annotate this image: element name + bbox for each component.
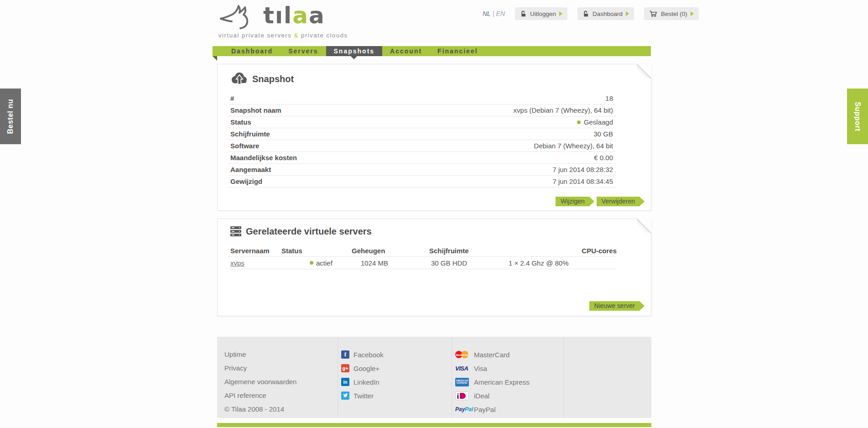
column-header: Geheugen [349,247,426,255]
twitter-label: Twitter [353,392,374,400]
nav-tab-label: Financieel [437,47,478,55]
detail-label: Aangemaakt [230,166,271,173]
detail-value: 7 jun 2014 08:28:32 [552,166,613,173]
snapshot-detail-table: # 18 Snapshot naam xvps (Debian 7 (Wheez… [228,93,617,188]
footer-link[interactable]: API reference [224,389,338,402]
facebook-icon: f [341,350,349,359]
column-header: Status [279,247,349,255]
server-stack-icon [230,226,242,237]
nav-tab[interactable]: Servers [281,46,326,56]
nav-tab-label: Servers [288,47,318,55]
panel-title: Snapshot [252,74,294,84]
nav-tab[interactable]: Account [382,46,430,56]
brand-tagline: virtual private servers & private clouds [218,32,348,39]
order-cart-button[interactable]: Bestel (0) [644,7,699,20]
linkedin-link[interactable]: in LinkedIn [341,375,452,389]
column-header: CPU-cores [579,247,617,255]
cart-icon [649,10,658,17]
server-row: xvps actief 1024 MB 30 GB HDD 1 × 2.4 Gh… [228,257,617,269]
detail-row: Status Geslaagd [228,116,617,128]
server-cpu: 1 × 2.4 Ghz @ 80% [506,259,617,267]
detail-row: # 18 [228,93,617,104]
logout-button[interactable]: Uitloggen [515,7,567,20]
linkedin-label: LinkedIn [353,378,379,386]
nav-tab-label: Dashboard [231,47,273,55]
googleplus-link[interactable]: g+ Google+ [341,361,452,375]
nav-tab[interactable]: Dashboard [223,46,281,56]
server-memory: 1024 MB [358,259,428,267]
related-servers-panel: Gerelateerde virtuele servers Servernaam… [217,219,651,316]
order-now-label: Bestel nu [6,99,15,134]
amex-item: AMERICANEXPRESS American Express [455,375,563,389]
twitter-icon [341,391,349,400]
lang-nl[interactable]: NL [483,10,491,17]
footer-link[interactable]: Uptime [224,348,338,361]
support-side-tab[interactable]: Support [847,89,868,144]
detail-label: Snapshot naam [230,106,281,114]
order-now-side-tab[interactable]: Bestel nu [0,89,21,144]
visa-item: VISA Visa [455,361,563,375]
detail-row: Aangemaakt 7 jun 2014 08:28:32 [228,164,617,176]
play-arrow-icon [626,11,629,16]
dashboard-label: Dashboard [593,10,623,17]
logout-label: Uitloggen [530,10,556,17]
servers-table-header: Servernaam Status Geheugen Schijfruimte … [228,245,617,257]
mastercard-label: MasterCard [474,351,509,359]
visa-icon: VISA [455,365,470,372]
action-button[interactable]: Verwijderen [597,197,645,206]
amex-label: American Express [474,378,530,386]
paypal-icon: PayPal [455,406,470,412]
language-switcher: NL|EN [483,10,505,17]
nav-tab[interactable]: Snapshots [326,46,383,56]
servers-table: Servernaam Status Geheugen Schijfruimte … [228,245,617,269]
brand-wordmark: tılaa [263,3,325,28]
server-name-link[interactable]: xvps [230,259,244,267]
footer-social-column: f Facebook g+ Google+ in LinkedIn Twitte… [338,337,452,418]
footer-link[interactable]: Privacy [224,361,338,375]
paypal-label: PayPal [474,406,496,413]
action-button[interactable]: Wijzigen [556,197,594,206]
linkedin-icon: in [341,378,349,386]
copyright: © Tilaa 2008 - 2014 [224,402,338,416]
wolf-logo-icon [218,3,260,29]
order-label: Bestel (0) [661,10,687,17]
detail-row: Software Debian 7 (Wheezy), 64 bit [228,140,617,152]
new-server-button[interactable]: Nieuwe server [589,301,645,311]
footer-accent-bar [217,423,651,427]
logo[interactable]: tılaa [218,3,325,29]
googleplus-label: Google+ [353,365,379,372]
detail-value: Debian 7 (Wheezy), 64 bit [534,142,613,150]
cloud-upload-icon [230,71,248,87]
support-label: Support [853,102,862,131]
panel-fold-corner [637,219,651,233]
active-tab-arrow-icon [351,56,357,59]
detail-row: Gewijzigd 7 jun 2014 08:34:45 [228,176,617,188]
detail-row: Maandelijkse kosten € 0.00 [228,152,617,164]
facebook-label: Facebook [353,351,384,359]
twitter-link[interactable]: Twitter [341,389,452,402]
mastercard-icon: MasterCard [455,350,470,359]
detail-value: 18 [605,94,613,102]
detail-value: € 0.00 [594,154,613,162]
detail-value: xvps (Debian 7 (Wheezy), 64 bit) [514,106,613,114]
status-dot-icon [577,120,581,124]
column-header: Servernaam [228,247,279,255]
play-arrow-icon [691,11,694,16]
ideal-item: iDeal [455,389,563,402]
footer-payments-column: MasterCard MasterCard VISA Visa AMERICAN… [452,337,563,418]
nav-tab[interactable]: Financieel [430,46,485,56]
detail-label: Maandelijkse kosten [230,154,297,162]
detail-row: Snapshot naam xvps (Debian 7 (Wheezy), 6… [228,104,617,116]
detail-label: Software [230,142,259,150]
mastercard-item: MasterCard MasterCard [455,348,563,361]
detail-label: Schijfruimte [230,130,270,138]
dashboard-button[interactable]: Dashboard [577,7,634,20]
footer-link[interactable]: Algemene voorwaarden [224,375,338,389]
snapshot-panel: Snapshot # 18 Snapshot naam xvps (Debian [217,64,651,211]
amex-icon: AMERICANEXPRESS [455,378,470,386]
column-header: Schijfruimte [426,247,579,255]
facebook-link[interactable]: f Facebook [341,348,452,361]
page: tılaa virtual private servers & private … [0,0,868,428]
paypal-item: PayPal PayPal [455,402,563,416]
lang-en[interactable]: EN [496,10,505,17]
